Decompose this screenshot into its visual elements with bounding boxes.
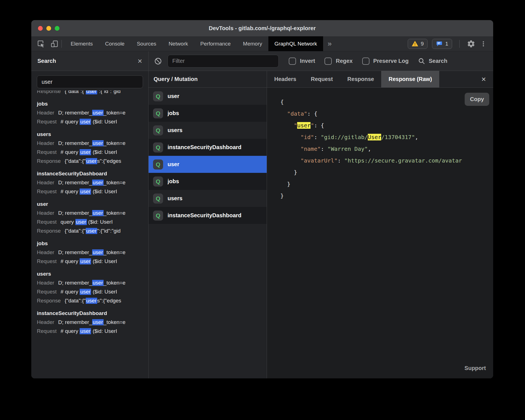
search-result-header-line[interactable]: HeaderD; remember_user_token=e [31,108,148,117]
query-row-instancesecuritydashboard[interactable]: QinstanceSecurityDashboard [149,139,267,156]
result-line-text: D; remember_user_token=e [58,210,125,216]
result-line-label: Header [37,180,54,186]
search-result-header-line[interactable]: HeaderD; remember_user_token=e [31,278,148,287]
result-line-text: # query user ($id: UserI [61,258,117,264]
network-filter-bar: InvertRegexPreserve Log Search [149,51,493,71]
response-tabs-slot: HeadersRequestResponseResponse (Raw) [267,71,439,87]
result-line-text: {"data":{"user":{"id":"gid [65,90,121,94]
search-result-request-line[interactable]: Request# query user ($id: UserI [31,327,148,336]
result-line-text: query user ($id: UserI [61,219,113,225]
query-row-user-selected[interactable]: Quser [149,156,267,173]
search-result-title[interactable]: users [31,126,148,139]
query-row-label: instanceSecurityDashboard [168,144,242,151]
query-row-instancesecuritydashboard[interactable]: QinstanceSecurityDashboard [149,207,267,224]
search-result-request-line[interactable]: Request# query user ($id: UserI [31,287,148,296]
tab-elements[interactable]: Elements [65,36,99,51]
query-type-badge: Q [153,194,163,204]
result-line-label: Request [37,219,57,225]
result-line-text: # query user ($id: UserI [61,328,117,334]
tab-performance[interactable]: Performance [194,36,237,51]
query-row-users[interactable]: Qusers [149,122,267,139]
kebab-menu-icon[interactable] [480,40,487,48]
search-panel-title: Search [37,58,56,64]
checkbox-label-invert: Invert [300,58,315,64]
device-toolbar-icon[interactable] [50,40,59,48]
query-type-badge: Q [153,91,163,101]
tab-network[interactable]: Network [163,36,194,51]
tab-graphql-network[interactable]: GraphQL Network [268,36,323,51]
search-result-request-line[interactable]: Request# query user ($id: UserI [31,148,148,157]
warnings-count: 9 [421,41,424,47]
response-tab-headers[interactable]: Headers [267,71,304,87]
query-type-badge: Q [153,211,163,221]
search-result-title[interactable]: instanceSecurityDashboard [31,305,148,318]
close-window-button[interactable] [38,26,43,31]
zoom-window-button[interactable] [55,26,59,31]
copy-button[interactable]: Copy [465,93,489,106]
filter-input[interactable] [168,55,279,68]
checkbox-preserve-log[interactable]: Preserve Log [362,58,409,65]
search-result-request-line[interactable]: Request# query user ($id: UserI [31,257,148,266]
result-line-label: Request [37,188,57,195]
inspect-element-icon[interactable] [37,40,45,48]
message-icon [436,40,443,47]
search-result-title[interactable]: users [31,266,148,278]
query-row-label: jobs [168,110,179,116]
checkbox-invert[interactable]: Invert [289,58,315,65]
settings-gear-icon[interactable] [467,40,475,48]
response-tab-response[interactable]: Response [340,71,381,87]
search-result-response-line[interactable]: Response{"data":{"user":{"id":"gid [31,90,148,96]
result-line-text: D; remember_user_token=e [58,249,125,256]
search-result-title[interactable]: user [31,196,148,209]
query-row-users[interactable]: Qusers [149,190,267,207]
more-tabs-button[interactable]: » [323,36,336,51]
checkbox-box-regex[interactable] [324,58,332,65]
search-input[interactable] [37,75,143,88]
close-search-panel-icon[interactable]: × [138,57,142,65]
tab-console[interactable]: Console [99,36,131,51]
tab-memory[interactable]: Memory [237,36,268,51]
search-result-request-line[interactable]: Request# query user ($id: UserI [31,117,148,126]
support-link[interactable]: Support [464,362,486,374]
warnings-badge[interactable]: 9 [408,39,428,49]
query-mutation-header: Query / Mutation [149,71,267,88]
result-line-label: Header [37,249,54,256]
response-tab-response-raw[interactable]: Response (Raw) [381,71,439,87]
devtools-window: DevTools - gitlab.com/-/graphql-explorer… [31,20,493,378]
search-toggle-button[interactable]: Search [418,58,447,65]
search-result-header-line[interactable]: HeaderD; remember_user_token=e [31,178,148,187]
clear-icon[interactable] [154,57,162,65]
search-result-header-line[interactable]: HeaderD; remember_user_token=e [31,318,148,327]
query-row-label: users [168,127,182,133]
search-result-header-line[interactable]: HeaderD; remember_user_token=e [31,139,148,148]
search-result-header-line[interactable]: HeaderD; remember_user_token=e [31,248,148,257]
checkbox-box-invert[interactable] [289,58,296,65]
search-result-header-line[interactable]: HeaderD; remember_user_token=e [31,209,148,218]
warning-icon [412,40,418,47]
messages-badge[interactable]: 1 [432,39,452,49]
query-row-user[interactable]: Quser [149,88,267,105]
search-result-title[interactable]: jobs [31,96,148,108]
search-result-response-line[interactable]: Response{"data":{"users":{"edges [31,296,148,305]
search-result-title[interactable]: instanceSecurityDashboard [31,166,148,178]
checkbox-regex[interactable]: Regex [324,58,352,65]
search-toggle-label: Search [429,58,447,64]
search-result-request-line[interactable]: Requestquery user ($id: UserI [31,218,148,226]
tab-sources[interactable]: Sources [131,36,163,51]
minimize-window-button[interactable] [46,26,51,31]
search-result-title[interactable]: jobs [31,235,148,248]
search-result-response-line[interactable]: Response{"data":{"users":{"edges [31,157,148,166]
response-details-panel: HeadersRequestResponseResponse (Raw) × C… [267,71,493,378]
query-mutation-panel: Query / Mutation QuserQjobsQusersQinstan… [149,71,267,378]
close-details-icon[interactable]: × [474,71,493,87]
query-row-jobs[interactable]: Qjobs [149,105,267,122]
raw-json-content: { "data": { "user": { "id": "gid://gitla… [280,96,493,202]
checkbox-box-preserve-log[interactable] [362,58,369,65]
json-line: "id": "gid://gitlab/User/13704317", [280,131,493,143]
search-result-response-line[interactable]: Response{"data":{"user":{"id":"gid [31,226,148,235]
response-tab-request[interactable]: Request [304,71,340,87]
result-line-label: Response [37,158,61,164]
query-row-jobs[interactable]: Qjobs [149,173,267,190]
result-line-label: Response [37,228,61,234]
search-result-request-line[interactable]: Request# query user ($id: UserI [31,187,148,196]
